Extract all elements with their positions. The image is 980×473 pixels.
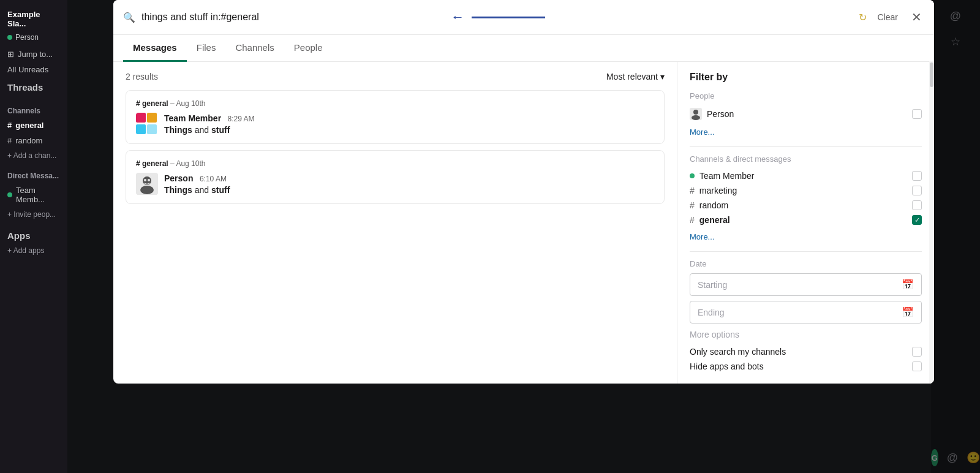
date-starting-input[interactable]: Starting 📅 <box>690 273 922 296</box>
tab-files[interactable]: Files <box>187 35 226 62</box>
search-arrow-annotation: ← <box>451 9 464 25</box>
filter-random-checkbox[interactable] <box>912 200 922 210</box>
team-member-label: Team Memb... <box>16 186 60 204</box>
sort-dropdown[interactable]: Most relevant ▾ <box>606 72 665 81</box>
result-1-text-mid: and <box>195 125 211 135</box>
tab-people[interactable]: People <box>284 35 333 62</box>
tab-channels[interactable]: Channels <box>225 35 284 62</box>
result-2-highlight2: stuff <box>211 185 230 195</box>
threads-label: Threads <box>7 82 43 93</box>
calendar-icon-starting: 📅 <box>902 279 914 290</box>
filter-channel-marketing: # marketing <box>690 183 922 198</box>
avatar-q3 <box>136 124 146 134</box>
hash-icon-filter-random: # <box>690 200 695 210</box>
modal-overlay: 🔍 ← ↻ Clear ✕ Messages Files Chann <box>67 0 980 473</box>
filter-general-left: # general <box>690 215 730 225</box>
filter-person-item: Person <box>690 105 922 123</box>
filter-tm-checkbox[interactable] <box>912 171 922 181</box>
search-bar: 🔍 ← ↻ Clear ✕ <box>113 0 934 35</box>
only-my-channels-checkbox[interactable] <box>912 347 922 357</box>
add-channel-button[interactable]: + Add a chan... <box>0 148 67 163</box>
result-1-content: Team Member 8:29 AM Things and stuff <box>164 113 654 135</box>
add-apps-button[interactable]: + Add apps <box>0 243 67 258</box>
close-button[interactable]: ✕ <box>909 7 924 27</box>
tab-messages[interactable]: Messages <box>123 35 187 62</box>
dm-section-label: Direct Messa... <box>0 163 67 183</box>
filter-person-checkbox[interactable] <box>912 109 922 119</box>
team-member-online-dot <box>7 192 12 197</box>
result-card-1[interactable]: # general – Aug 10th <box>126 90 665 144</box>
search-input[interactable] <box>141 12 442 23</box>
channels-section-label: Channels <box>0 98 67 118</box>
filter-people-more[interactable]: More... <box>690 125 922 139</box>
clear-button[interactable]: Clear <box>873 10 903 25</box>
random-label: random <box>15 136 42 145</box>
content-area: 2 results Most relevant ▾ # general – Au… <box>113 62 934 384</box>
filter-channels-more[interactable]: More... <box>690 230 922 244</box>
search-tabs: Messages Files Channels People <box>113 35 934 62</box>
filter-person-avatar <box>690 108 702 120</box>
search-modal: 🔍 ← ↻ Clear ✕ Messages Files Chann <box>113 0 934 384</box>
filter-channels-section: Channels & direct messages <box>690 154 922 164</box>
sidebar-item-jump[interactable]: ⊞ Jump to... <box>0 47 67 62</box>
filter-general-name: general <box>699 215 730 225</box>
result-1-channel-info: # general – Aug 10th <box>136 99 654 108</box>
hash-icon-marketing: # <box>690 186 695 195</box>
sidebar-item-random[interactable]: # random <box>0 133 67 148</box>
result-1-date: Aug 10th <box>176 99 205 108</box>
date-ending-input[interactable]: Ending 📅 <box>690 301 922 324</box>
modal-scrollbar[interactable] <box>929 62 934 384</box>
filter-person-left: Person <box>690 108 734 120</box>
filter-marketing-name: marketing <box>699 186 737 195</box>
result-2-highlight1: Things <box>164 185 192 195</box>
sidebar-item-all-unreads[interactable]: All Unreads <box>0 62 67 77</box>
scrollbar-thumb <box>930 62 933 87</box>
hide-apps-bots-label: Hide apps and bots <box>690 361 764 371</box>
filter-person-name: Person <box>707 109 734 119</box>
filter-date-section: Date <box>690 259 922 268</box>
chevron-down-icon: ▾ <box>660 72 665 81</box>
filter-divider-1 <box>690 146 922 147</box>
sort-label: Most relevant <box>606 72 658 81</box>
sidebar-item-threads[interactable]: Threads <box>0 77 67 98</box>
result-2-message-row: Person 6:10 AM Things and stuff <box>136 173 654 195</box>
main-area: 🔍 ← ↻ Clear ✕ Messages Files Chann <box>67 0 980 473</box>
invite-people-button[interactable]: + Invite peop... <box>0 207 67 222</box>
result-1-text: Things and stuff <box>164 125 654 135</box>
result-2-channel: # general <box>136 159 168 168</box>
more-options-title: More options <box>690 330 922 339</box>
jump-label: Jump to... <box>18 50 53 59</box>
sidebar-item-team-member[interactable]: Team Memb... <box>0 183 67 207</box>
hash-icon-filter-general: # <box>690 215 695 225</box>
filter-general-checkbox[interactable]: ✓ <box>912 215 922 225</box>
filter-title: Filter by <box>690 72 922 83</box>
only-my-channels-label: Only search my channels <box>690 347 786 357</box>
calendar-icon-ending: 📅 <box>902 306 914 318</box>
workspace-name: Example Sla... <box>0 5 67 31</box>
filter-channel-general: # general ✓ <box>690 213 922 227</box>
filter-random-left: # random <box>690 200 728 210</box>
filter-tm-left: Team Member <box>690 171 754 181</box>
avatar-q2 <box>147 113 157 123</box>
filter-marketing-left: # marketing <box>690 186 737 195</box>
hide-apps-bots-checkbox[interactable] <box>912 361 922 371</box>
person-avatar-svg <box>136 173 158 195</box>
result-2-time: 6:10 AM <box>200 175 227 183</box>
apps-section-label: Apps <box>0 222 67 243</box>
filter-hide-apps-bots: Hide apps and bots <box>690 359 922 374</box>
result-1-separator: – <box>170 99 176 108</box>
results-header: 2 results Most relevant ▾ <box>126 72 665 81</box>
result-1-message-row: Team Member 8:29 AM Things and stuff <box>136 113 654 135</box>
filter-only-my-channels: Only search my channels <box>690 344 922 359</box>
results-area: 2 results Most relevant ▾ # general – Au… <box>113 62 677 384</box>
date-starting-label: Starting <box>698 280 727 290</box>
result-card-2[interactable]: # general – Aug 10th <box>126 150 665 204</box>
filter-marketing-checkbox[interactable] <box>912 186 922 195</box>
result-1-highlight2: stuff <box>211 125 230 135</box>
username-label: Person <box>15 33 39 42</box>
results-count: 2 results <box>126 72 158 81</box>
filter-divider-2 <box>690 251 922 252</box>
result-2-sender: Person <box>164 173 193 183</box>
result-1-avatar <box>136 113 158 135</box>
sidebar-item-general[interactable]: # general <box>0 118 67 133</box>
